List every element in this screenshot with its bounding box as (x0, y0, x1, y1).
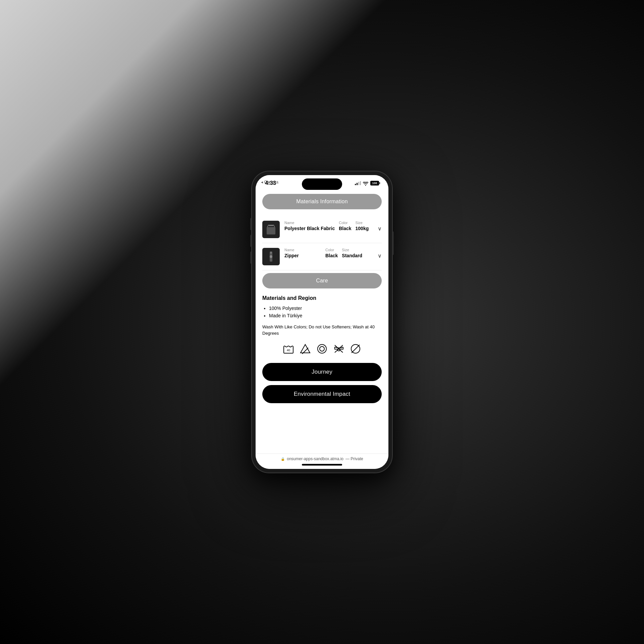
lock-icon: 🔒 (281, 457, 285, 461)
care-instructions-text: Wash With Like Colors; Do not Use Soften… (262, 324, 382, 337)
bottom-bar: 🔒 onsumer-apps-sandbox.atma.io — Private (256, 453, 388, 469)
phone-frame: ◂ Camera 4:33 100 (252, 171, 392, 473)
material-item-fabric[interactable]: Name Polyester Black Fabric Color Black … (262, 216, 382, 243)
care-pill: Care (262, 273, 382, 288)
fabric-size-label: Size (356, 221, 369, 225)
battery-icon: 100 (370, 181, 379, 185)
bullet-origin: Made in Türkiye (269, 312, 382, 319)
no-bleach-icon (299, 343, 311, 355)
phone-screen: ◂ Camera 4:33 100 (256, 175, 388, 469)
url-suffix: — Private (345, 457, 363, 461)
svg-point-9 (320, 346, 324, 351)
laundry-icons: 40 (262, 343, 382, 355)
svg-point-3 (270, 255, 272, 258)
materials-region-title: Materials and Region (262, 295, 382, 301)
care-section: Care Materials and Region 100% Polyester… (262, 273, 382, 403)
url-bar: 🔒 onsumer-apps-sandbox.atma.io — Private (262, 457, 382, 461)
screen-content[interactable]: Materials Information Name (256, 189, 388, 453)
fabric-name-label: Name (284, 221, 335, 225)
bullet-polyester: 100% Polyester (269, 305, 382, 312)
fabric-details: Name Polyester Black Fabric Color Black … (284, 221, 373, 231)
no-dry-clean-icon (350, 343, 362, 355)
zipper-size-label: Size (342, 248, 362, 252)
zipper-details: Name Zipper Color Black Size Standard (284, 248, 373, 259)
no-iron-icon (333, 343, 345, 355)
fabric-color-value: Black (339, 225, 351, 231)
wifi-icon (363, 181, 368, 185)
zipper-size-col: Size Standard (342, 248, 362, 259)
svg-point-8 (318, 344, 326, 353)
fabric-name-col: Name Polyester Black Fabric (284, 221, 335, 231)
dynamic-island (302, 178, 342, 190)
zipper-color-col: Color Black (325, 248, 338, 259)
svg-rect-4 (270, 252, 272, 254)
camera-back-button[interactable]: ◂ Camera (261, 180, 278, 184)
fabric-size-col: Size 100kg (356, 221, 369, 231)
materials-info-pill: Materials Information (262, 194, 382, 209)
fabric-name-value: Polyester Black Fabric (284, 225, 335, 231)
fabric-thumbnail (262, 221, 280, 238)
phone-wrapper: ◂ Camera 4:33 100 (252, 171, 392, 473)
zipper-name-col: Name Zipper (284, 248, 321, 259)
zipper-color-value: Black (325, 253, 338, 259)
svg-rect-1 (269, 225, 273, 226)
signal-icon (355, 181, 361, 185)
fabric-chevron-icon[interactable]: ∨ (378, 221, 382, 232)
svg-marker-6 (301, 344, 310, 353)
zipper-name-value: Zipper (284, 253, 321, 259)
material-item-zipper[interactable]: Name Zipper Color Black Size Standard ∨ (262, 243, 382, 270)
svg-rect-0 (267, 227, 275, 234)
fabric-size-value: 100kg (356, 225, 369, 231)
wash-icon: 40 (282, 343, 294, 355)
zipper-color-label: Color (325, 248, 338, 252)
url-text: onsumer-apps-sandbox.atma.io (287, 457, 343, 461)
environmental-impact-button[interactable]: Environmental Impact (262, 385, 382, 403)
journey-button[interactable]: Journey (262, 363, 382, 381)
zipper-chevron-icon[interactable]: ∨ (378, 248, 382, 259)
zipper-name-label: Name (284, 248, 321, 252)
home-indicator (302, 464, 342, 466)
status-icons: 100 (355, 181, 379, 185)
materials-bullet-list: 100% Polyester Made in Türkiye (262, 305, 382, 320)
fabric-color-label: Color (339, 221, 351, 225)
zipper-thumbnail (262, 248, 280, 265)
fabric-color-col: Color Black (339, 221, 351, 231)
tumble-dry-icon (316, 343, 328, 355)
zipper-size-value: Standard (342, 253, 362, 259)
svg-line-14 (352, 345, 360, 353)
svg-text:40: 40 (287, 348, 290, 352)
